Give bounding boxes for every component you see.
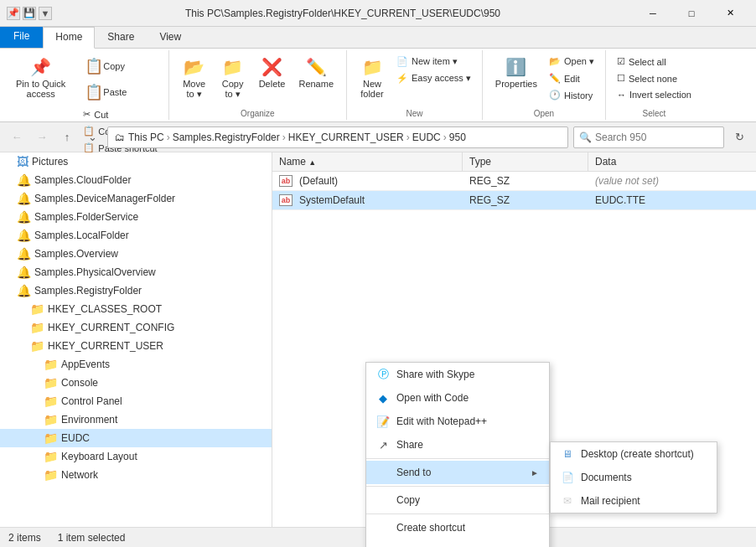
copy-button[interactable]: 📋 Copy (79, 54, 161, 79)
cut-button[interactable]: ✂Cut (79, 106, 161, 122)
mail-icon: ✉ (561, 494, 574, 508)
sep3: › (406, 132, 410, 143)
pin-to-quick-access-button[interactable]: 📌 Pin to Quickaccess (10, 54, 71, 102)
delete-button[interactable]: ❌ Delete (253, 54, 292, 92)
pin-label: Pin to Quickaccess (16, 79, 65, 99)
registry-label: Samples.RegistryFolder (34, 285, 142, 297)
new-item-button[interactable]: 📄New item ▾ (392, 54, 475, 70)
up-button[interactable]: ↑ (57, 127, 77, 147)
sidebar-item-eudc[interactable]: 📁 EUDC (0, 429, 272, 447)
ribbon: 📌 Pin to Quickaccess 📋 Copy 📋 Paste ✂Cut… (0, 49, 756, 122)
close-button[interactable]: ✕ (711, 0, 749, 27)
sidebar-item-pictures[interactable]: 🖼 Pictures (0, 152, 272, 171)
sidebar-item-hkey-config[interactable]: 📁 HKEY_CURRENT_CONFIG (0, 318, 272, 337)
address-path[interactable]: 🗂 This PC › Samples.RegistryFolder › HKE… (107, 126, 568, 148)
sub-desktop-label: Desktop (create shortcut) (581, 448, 694, 460)
tab-share[interactable]: Share (95, 27, 147, 48)
ctx-create-shortcut-label: Create shortcut (396, 522, 465, 534)
table-row[interactable]: ab (Default) REG_SZ (value not set) (272, 172, 756, 191)
back-button[interactable]: ← (7, 127, 27, 147)
sidebar-item-physical[interactable]: 🔔 Samples.PhysicalOverview (0, 263, 272, 281)
select-all-button[interactable]: ☑Select all (613, 54, 696, 70)
ctx-send-to[interactable]: Send to ► (366, 461, 549, 484)
rename-button[interactable]: ✏️ Rename (293, 54, 339, 92)
col-type[interactable]: Type (463, 152, 588, 171)
sidebar-item-registry[interactable]: 🔔 Samples.RegistryFolder (0, 281, 272, 300)
edit-button[interactable]: ✏️Edit (545, 70, 598, 86)
tab-file[interactable]: File (0, 27, 43, 48)
pin-icon[interactable]: 📌 (7, 7, 20, 20)
ctx-copy[interactable]: Copy (366, 488, 549, 512)
select-none-button[interactable]: ☐Select none (613, 70, 696, 86)
recent-button[interactable]: ⌄ (82, 127, 102, 147)
sidebar-item-hkey-classes[interactable]: 📁 HKEY_CLASSES_ROOT (0, 300, 272, 318)
sidebar-item-overview[interactable]: 🔔 Samples.Overview (0, 245, 272, 263)
move-to-button[interactable]: 📂 Moveto ▾ (176, 54, 213, 103)
row-system-type: REG_SZ (463, 191, 588, 209)
ctx-create-shortcut[interactable]: Create shortcut (366, 516, 549, 539)
sep4: › (443, 132, 447, 143)
save-icon[interactable]: 💾 (23, 7, 36, 20)
invert-selection-button[interactable]: ↔Invert selection (613, 87, 696, 102)
sidebar-item-cloud-folder[interactable]: 🔔 Samples.CloudFolder (0, 171, 272, 189)
tab-view[interactable]: View (147, 27, 194, 48)
sidebar-item-network[interactable]: 📁 Network (0, 466, 272, 484)
sidebar-item-local-folder[interactable]: 🔔 Samples.LocalFolder (0, 226, 272, 245)
new-folder-button[interactable]: 📁 Newfolder (354, 54, 391, 102)
ctx-divider-3 (366, 513, 549, 514)
environment-label: Environment (61, 414, 117, 426)
search-box[interactable]: 🔍 (573, 126, 724, 148)
device-manager-label: Samples.DeviceManagerFolder (34, 193, 175, 204)
sidebar-item-hkey-user[interactable]: 📁 HKEY_CURRENT_USER (0, 337, 272, 355)
sub-desktop[interactable]: 🖥 Desktop (create shortcut) (551, 442, 717, 466)
sep2: › (282, 132, 286, 143)
keyboard-layout-icon: 📁 (44, 450, 58, 463)
properties-button[interactable]: ℹ️ Properties (489, 54, 543, 92)
item-count: 2 items (8, 532, 41, 544)
hkey-config-label: HKEY_CURRENT_CONFIG (48, 322, 174, 333)
sidebar-item-app-events[interactable]: 📁 AppEvents (0, 355, 272, 374)
sidebar-item-folder-service[interactable]: 🔔 Samples.FolderService (0, 208, 272, 226)
history-button[interactable]: 🕐History (545, 87, 598, 103)
sidebar-item-keyboard-layout[interactable]: 📁 Keyboard Layout (0, 447, 272, 466)
sidebar-item-control-panel[interactable]: 📁 Control Panel (0, 392, 272, 410)
tab-home[interactable]: Home (43, 27, 95, 49)
ctx-edit-notepad[interactable]: 📝 Edit with Notepad++ (366, 410, 549, 433)
forward-button[interactable]: → (32, 127, 52, 147)
sidebar-item-environment[interactable]: 📁 Environment (0, 410, 272, 429)
sub-mail-label: Mail recipient (581, 495, 640, 507)
sidebar-item-console[interactable]: 📁 Console (0, 374, 272, 392)
context-menu: Ⓟ Share with Skype ◆ Open with Code 📝 Ed… (365, 362, 550, 547)
properties-label: Properties (495, 79, 537, 89)
new-small: 📄New item ▾ ⚡Easy access ▾ (392, 54, 475, 86)
open-button[interactable]: 📂Open ▾ (545, 54, 598, 70)
item-selected: 1 item selected (58, 532, 126, 544)
minimize-button[interactable]: ─ (634, 0, 672, 27)
reg-ab-icon-system: ab (279, 194, 293, 206)
paste-button[interactable]: 📋 Paste (79, 80, 161, 105)
easy-access-button[interactable]: ⚡Easy access ▾ (392, 70, 475, 86)
col-data[interactable]: Data (588, 152, 756, 171)
ctx-share-skype[interactable]: Ⓟ Share with Skype (366, 363, 549, 386)
sidebar-item-device-manager[interactable]: 🔔 Samples.DeviceManagerFolder (0, 189, 272, 208)
copy-to-button[interactable]: 📁 Copyto ▾ (215, 54, 251, 103)
new-item-icon: 📄 (396, 56, 408, 67)
title-bar-icons: 📌 💾 ▼ (7, 7, 52, 20)
sub-mail[interactable]: ✉ Mail recipient (551, 489, 717, 513)
ctx-delete[interactable]: Delete (366, 539, 549, 547)
dropdown-icon[interactable]: ▼ (39, 7, 52, 20)
col-name[interactable]: Name ▲ (272, 152, 463, 171)
window-title: This PC\Samples.RegistryFolder\HKEY_CURR… (57, 8, 629, 19)
refresh-button[interactable]: ↻ (729, 127, 749, 147)
reg-ab-icon-default: ab (279, 175, 293, 187)
overview-icon: 🔔 (17, 247, 31, 261)
search-input[interactable] (595, 132, 718, 143)
path-this-pc: This PC (128, 132, 164, 143)
maximize-button[interactable]: □ (672, 0, 711, 27)
ctx-open-code[interactable]: ◆ Open with Code (366, 386, 549, 410)
sub-documents[interactable]: 📄 Documents (551, 466, 717, 489)
eudc-label: EUDC (61, 432, 90, 444)
table-row[interactable]: ab SystemDefault REG_SZ EUDC.TTE (272, 191, 756, 210)
cloud-folder-label: Samples.CloudFolder (34, 174, 131, 186)
ctx-share[interactable]: ↗ Share (366, 433, 549, 457)
